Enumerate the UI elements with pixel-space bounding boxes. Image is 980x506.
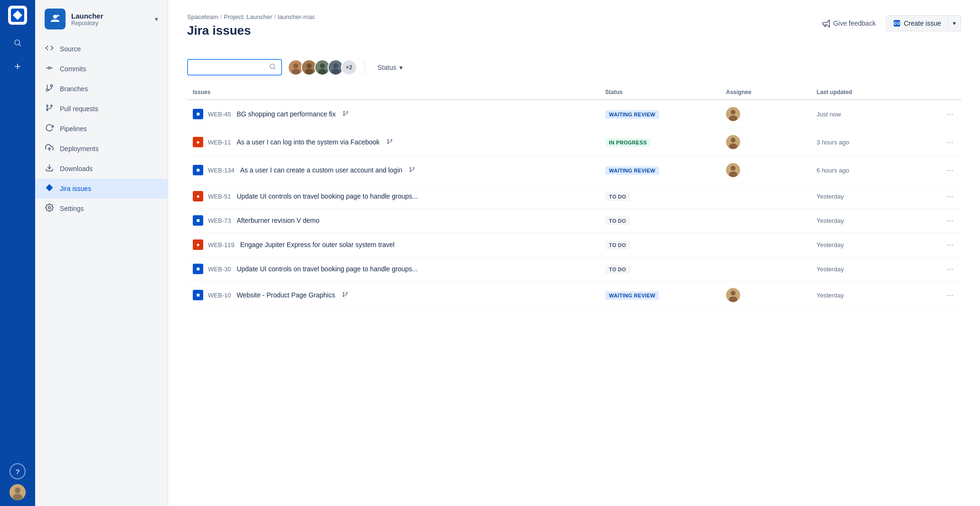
page-header: Spaceteam / Project: Launcher / launcher… <box>187 13 961 48</box>
user-avatar[interactable] <box>9 484 26 500</box>
status-badge: WAITING REVIEW <box>605 291 660 300</box>
table-row[interactable]: ● WEB-11 As a user I can log into the sy… <box>187 128 961 156</box>
svg-point-59 <box>346 292 347 293</box>
updated-text: Yesterday <box>817 193 844 200</box>
page-title: Jira issues <box>187 23 315 38</box>
repo-name: Launcher <box>71 12 149 20</box>
svg-point-5 <box>15 487 20 493</box>
give-feedback-button[interactable]: Give feedback <box>816 15 882 31</box>
search-input[interactable] <box>193 64 269 71</box>
status-badge: TO DO <box>605 265 630 274</box>
more-options-button[interactable]: ··· <box>944 107 955 121</box>
issue-title: As a user I can log into the system via … <box>236 138 379 146</box>
status-cell: WAITING REVIEW <box>600 100 720 128</box>
page-title-section: Spaceteam / Project: Launcher / launcher… <box>187 13 315 48</box>
table-row[interactable]: ● WEB-51 Update UI controls on travel bo… <box>187 184 961 209</box>
svg-point-48 <box>731 138 735 143</box>
svg-point-26 <box>292 68 300 74</box>
svg-point-52 <box>414 167 415 168</box>
create-issue-caret-button[interactable]: ▾ <box>948 15 961 31</box>
more-options-button[interactable]: ··· <box>944 190 955 203</box>
create-issue-label: Create issue <box>904 19 941 27</box>
sidebar-item-deployments[interactable]: Deployments <box>35 139 168 159</box>
issue-type-icon: ■ <box>193 165 203 175</box>
issue-title: Update UI controls on travel booking pag… <box>236 192 417 200</box>
issue-title: BG shopping cart performance fix <box>236 110 336 118</box>
actions-cell: ··· <box>939 100 961 128</box>
pr-icon <box>409 166 415 174</box>
issue-type-icon: ■ <box>193 109 203 119</box>
issue-key: WEB-119 <box>208 241 235 248</box>
sidebar-item-downloads[interactable]: Downloads <box>35 159 168 179</box>
settings-icon <box>45 203 54 214</box>
sidebar-nav: Source Commits Branches <box>35 37 168 220</box>
breadcrumb-project-launcher[interactable]: Project: Launcher <box>224 13 272 20</box>
sidebar-item-pipelines[interactable]: Pipelines <box>35 119 168 139</box>
actions-cell: ··· <box>939 128 961 156</box>
status-filter-button[interactable]: Status ▾ <box>373 61 407 74</box>
table-row[interactable]: ■ WEB-73 Afterburner revision V demo TO … <box>187 209 961 233</box>
issue-title: Afterburner revision V demo <box>236 217 319 224</box>
sidebar-item-commits[interactable]: Commits <box>35 59 168 79</box>
issue-title: As a user I can create a custom user acc… <box>240 166 403 174</box>
source-icon <box>45 44 54 54</box>
pull-requests-icon <box>45 104 54 114</box>
sidebar-item-pull-requests[interactable]: Pull requests <box>35 99 168 119</box>
svg-point-31 <box>320 63 325 68</box>
more-options-button[interactable]: ··· <box>944 238 955 251</box>
actions-cell: ··· <box>939 257 961 281</box>
help-button[interactable]: ? <box>9 463 26 479</box>
more-options-button[interactable]: ··· <box>944 214 955 227</box>
table-row[interactable]: ■ WEB-30 Update UI controls on travel bo… <box>187 257 961 281</box>
issue-cell: ■ WEB-73 Afterburner revision V demo <box>187 209 600 233</box>
repo-header[interactable]: Launcher Repository ▾ <box>35 0 168 37</box>
megaphone-icon <box>822 19 830 28</box>
more-options-button[interactable]: ··· <box>944 135 955 149</box>
more-options-button[interactable]: ··· <box>944 262 955 276</box>
assignee-avatar <box>726 163 740 177</box>
sidebar-label-branches: Branches <box>60 85 88 93</box>
assignee-cell <box>720 100 811 128</box>
table-row[interactable]: ● WEB-119 Engage Jupiter Express for out… <box>187 233 961 257</box>
issue-type-icon: ■ <box>193 264 203 274</box>
more-options-button[interactable]: ··· <box>944 163 955 177</box>
sidebar-item-settings[interactable]: Settings <box>35 199 168 219</box>
table-row[interactable]: ■ WEB-45 BG shopping cart performance fi… <box>187 100 961 128</box>
add-button[interactable] <box>8 57 27 76</box>
issue-key: WEB-51 <box>208 193 231 200</box>
sidebar-label-settings: Settings <box>60 205 84 212</box>
sidebar-item-source[interactable]: Source <box>35 39 168 59</box>
actions-cell: ··· <box>939 233 961 257</box>
col-header-issues: Issues <box>187 85 600 100</box>
svg-point-36 <box>343 111 344 112</box>
sidebar-item-jira-issues[interactable]: Jira issues <box>35 179 168 199</box>
breadcrumb-sep-2: / <box>274 13 276 20</box>
svg-point-41 <box>731 110 735 115</box>
sidebar-item-branches[interactable]: Branches <box>35 79 168 99</box>
breadcrumb-spaceteam[interactable]: Spaceteam <box>187 13 218 20</box>
col-header-assignee: Assignee <box>720 85 811 100</box>
feedback-label: Give feedback <box>833 19 876 27</box>
more-options-button[interactable]: ··· <box>944 288 955 302</box>
status-badge: TO DO <box>605 241 630 249</box>
header-actions: Give feedback Create issue ▾ <box>816 15 961 31</box>
avatar-filter-count[interactable]: +2 <box>341 59 357 76</box>
filter-separator <box>365 61 365 74</box>
breadcrumb-launcher-mac[interactable]: launcher-mac <box>278 13 315 20</box>
issue-cell: ■ WEB-10 Website - Product Page Graphics <box>187 281 600 309</box>
issue-type-icon: ● <box>193 191 203 201</box>
assignee-cell <box>720 257 811 281</box>
sidebar-label-jira-issues: Jira issues <box>60 185 91 192</box>
col-header-status: Status <box>600 85 720 100</box>
col-header-updated: Last updated <box>811 85 939 100</box>
pipelines-icon <box>45 124 54 134</box>
create-issue-button[interactable]: Create issue <box>886 15 948 31</box>
status-cell: TO DO <box>600 184 720 209</box>
table-row[interactable]: ■ WEB-10 Website - Product Page Graphics… <box>187 281 961 309</box>
updated-text: Yesterday <box>817 292 844 299</box>
table-row[interactable]: ■ WEB-134 As a user I can create a custo… <box>187 156 961 184</box>
search-button[interactable] <box>8 33 27 52</box>
link-icon <box>893 19 901 27</box>
svg-point-56 <box>729 172 737 177</box>
search-box[interactable] <box>187 59 282 76</box>
